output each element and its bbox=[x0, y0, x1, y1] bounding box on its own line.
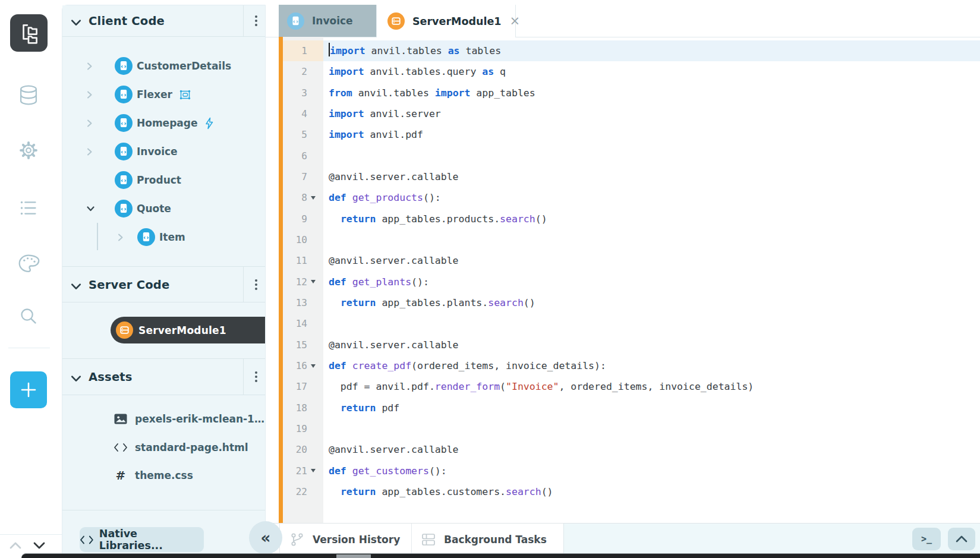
code-line-2[interactable]: import anvil.tables.query as q bbox=[323, 61, 980, 82]
native-libraries-label: Native Libraries... bbox=[99, 528, 204, 551]
server-code-title: Server Code bbox=[89, 278, 169, 291]
sidebar-item-flexer[interactable]: Flexer bbox=[62, 86, 265, 103]
line-number-21: 21 bbox=[296, 465, 307, 477]
code-line-14[interactable] bbox=[323, 313, 980, 334]
app-logs-button[interactable] bbox=[15, 195, 42, 221]
asset-item-standard-page-html[interactable]: standard-page.html bbox=[62, 440, 265, 455]
close-tab-icon[interactable]: × bbox=[509, 15, 520, 27]
code-editor[interactable]: 12345678910111213141516171819202122 impo… bbox=[266, 37, 980, 523]
fold-marker-16[interactable] bbox=[308, 364, 318, 368]
form-icon bbox=[115, 57, 133, 75]
chevron-right-icon[interactable] bbox=[86, 61, 96, 71]
header-divider bbox=[243, 267, 244, 302]
header-divider bbox=[243, 359, 244, 395]
tab-servermodule1[interactable]: ServerModule1 × bbox=[376, 5, 516, 37]
gutter-row-10: 10 bbox=[283, 229, 323, 250]
line-number-18: 18 bbox=[296, 402, 307, 414]
data-tables-button[interactable] bbox=[15, 82, 42, 108]
gutter-row-12: 12 bbox=[283, 272, 323, 292]
gutter-row-14: 14 bbox=[283, 313, 323, 334]
asset-item-pexels-erik-mclean-1-[interactable]: pexels-erik-mclean-1… bbox=[62, 411, 265, 427]
gutter-row-19: 19 bbox=[283, 418, 323, 439]
line-number-9: 9 bbox=[301, 213, 307, 225]
server-code-section-header[interactable]: Server Code bbox=[62, 266, 265, 302]
chevron-right-icon[interactable] bbox=[86, 118, 96, 128]
plus-icon bbox=[18, 380, 39, 400]
client-code-menu-button[interactable] bbox=[255, 20, 257, 22]
tab-invoice[interactable]: Invoice bbox=[279, 5, 376, 37]
code-content[interactable]: import anvil.tables as tablesimport anvi… bbox=[323, 37, 980, 523]
collapse-sidebar-button[interactable]: « bbox=[249, 521, 282, 554]
tab-invoice-label: Invoice bbox=[312, 15, 353, 27]
sidebar-item-servermodule1[interactable]: ServerModule1 bbox=[111, 317, 265, 343]
version-history-button[interactable]: Version History bbox=[279, 524, 421, 555]
code-line-19[interactable] bbox=[323, 418, 980, 439]
code-line-5[interactable]: import anvil.pdf bbox=[323, 124, 980, 145]
gutter-row-2: 2 bbox=[283, 61, 323, 82]
app-browser-icon[interactable] bbox=[10, 14, 48, 52]
search-button[interactable] bbox=[15, 303, 42, 329]
window-bottom-edge bbox=[21, 553, 980, 558]
code-line-3[interactable]: from anvil.tables import app_tables bbox=[323, 83, 980, 103]
sidebar-item-label: Invoice bbox=[137, 146, 178, 157]
server-code-menu-button[interactable] bbox=[255, 283, 257, 286]
fold-marker-8[interactable] bbox=[308, 196, 318, 200]
chevron-right-icon[interactable] bbox=[86, 147, 96, 156]
collapse-section-icon[interactable] bbox=[71, 281, 81, 288]
code-line-21[interactable]: def get_customers(): bbox=[323, 461, 980, 481]
code-line-12[interactable]: def get_plants(): bbox=[323, 272, 980, 292]
console-button[interactable]: >_ bbox=[912, 528, 941, 550]
settings-button[interactable] bbox=[15, 137, 42, 163]
asset-item-theme-css[interactable]: #theme.css bbox=[62, 468, 265, 483]
expand-panel-button[interactable] bbox=[948, 528, 975, 550]
background-tasks-button[interactable]: Background Tasks bbox=[411, 524, 573, 555]
sidebar-item-quote[interactable]: Quote bbox=[62, 200, 265, 217]
code-line-17[interactable]: pdf = anvil.pdf.render_form("Invoice", o… bbox=[323, 376, 980, 397]
line-number-1: 1 bbox=[301, 45, 307, 56]
code-line-10[interactable] bbox=[323, 229, 980, 250]
code-line-22[interactable]: return app_tables.customers.search() bbox=[323, 481, 980, 502]
code-line-13[interactable]: return app_tables.plants.search() bbox=[323, 292, 980, 313]
fold-marker-21[interactable] bbox=[308, 469, 318, 472]
code-line-8[interactable]: def get_products(): bbox=[323, 187, 980, 208]
sidebar-item-item[interactable]: Item bbox=[62, 228, 265, 246]
code-line-11[interactable]: @anvil.server.callable bbox=[323, 250, 980, 271]
sidebar-item-homepage[interactable]: Homepage bbox=[62, 114, 265, 132]
code-line-15[interactable]: @anvil.server.callable bbox=[323, 335, 980, 355]
code-line-6[interactable] bbox=[323, 146, 980, 166]
editor-bottom-bar: Version History Background Tasks >_ bbox=[266, 523, 980, 555]
client-code-section-header[interactable]: Client Code bbox=[62, 5, 265, 37]
line-number-5: 5 bbox=[301, 129, 307, 140]
code-line-7[interactable]: @anvil.server.callable bbox=[323, 166, 980, 187]
chevron-right-icon[interactable] bbox=[117, 232, 127, 242]
code-line-1[interactable]: import anvil.tables as tables bbox=[323, 40, 980, 61]
native-libraries-button[interactable]: Native Libraries... bbox=[80, 527, 204, 552]
sidebar-item-invoice[interactable]: Invoice bbox=[62, 143, 265, 160]
code-line-20[interactable]: @anvil.server.callable bbox=[323, 439, 980, 460]
rail-divider bbox=[8, 348, 50, 348]
collapse-section-icon[interactable] bbox=[71, 17, 81, 24]
sidebar-item-customerdetails[interactable]: CustomerDetails bbox=[62, 57, 265, 75]
assets-section-header[interactable]: Assets bbox=[62, 358, 265, 395]
collapse-section-icon[interactable] bbox=[71, 373, 81, 380]
add-component-button[interactable] bbox=[10, 371, 47, 408]
code-line-9[interactable]: return app_tables.products.search() bbox=[323, 209, 980, 229]
scroll-down-button[interactable] bbox=[32, 540, 46, 554]
gutter-row-20: 20 bbox=[283, 439, 323, 460]
chevron-down-icon[interactable] bbox=[86, 204, 96, 213]
gutter-row-6: 6 bbox=[283, 146, 323, 166]
assets-menu-button[interactable] bbox=[255, 376, 257, 378]
gutter-row-11: 11 bbox=[283, 250, 323, 271]
code-line-16[interactable]: def create_pdf(ordered_items, invoice_de… bbox=[323, 355, 980, 376]
fold-marker-12[interactable] bbox=[308, 280, 318, 283]
sidebar-item-product[interactable]: Product bbox=[62, 171, 265, 189]
window-bottom-edge-highlight bbox=[336, 554, 371, 558]
theme-button[interactable] bbox=[15, 250, 42, 276]
app-browser-panel: Client Code Server Code ServerModule1 bbox=[62, 5, 266, 558]
server-module-icon bbox=[387, 12, 405, 30]
gutter-row-8: 8 bbox=[283, 187, 323, 208]
scroll-up-button[interactable] bbox=[8, 540, 23, 554]
code-line-4[interactable]: import anvil.server bbox=[323, 103, 980, 124]
code-line-18[interactable]: return pdf bbox=[323, 398, 980, 418]
chevron-right-icon[interactable] bbox=[86, 90, 96, 99]
